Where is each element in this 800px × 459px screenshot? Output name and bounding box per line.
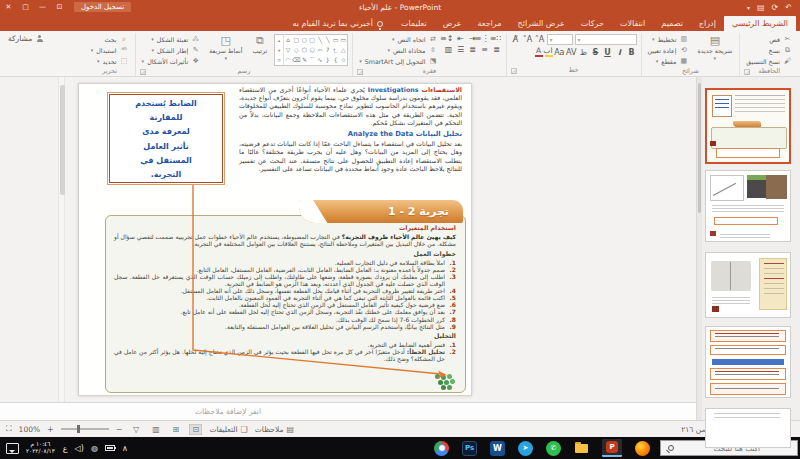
shape-outline-button[interactable]: ✎إطار الشكل▾ — [140, 45, 203, 55]
replace-button[interactable]: ᵃᵇاستبدال▾ — [89, 45, 131, 55]
slide-thumbnail-4[interactable] — [705, 326, 791, 398]
scrollbar-thumb[interactable] — [60, 85, 65, 195]
font-name-combo[interactable]: ▾ — [575, 34, 637, 45]
section-button[interactable]: ▦مقطع▾ — [646, 56, 691, 66]
slide-thumbnail-5[interactable] — [705, 408, 791, 448]
callout-textbox[interactable]: الضابط يُستخدم للمقارنة لمعرفة مدى تأثير… — [109, 94, 223, 183]
clear-formatting-icon[interactable]: A̸ — [511, 35, 521, 44]
bold-button[interactable]: B — [627, 48, 637, 57]
telegram-icon[interactable]: ➤ — [518, 441, 533, 456]
zoom-out-icon[interactable]: − — [116, 425, 123, 434]
notes-button[interactable]: ملاحظات▤ — [255, 425, 294, 434]
restore-button[interactable]: ▢ — [17, 0, 34, 14]
network-icon[interactable]: ◍ — [91, 444, 98, 453]
grow-font-icon[interactable]: A˄ — [535, 35, 545, 44]
undo-icon[interactable]: ↶ — [785, 3, 792, 12]
action-center-icon[interactable] — [6, 443, 19, 454]
shapes-gallery[interactable]: ▭▭╲╲□○□⌂ △𝥶7⇦⬠⬡◇▽ ☆}{∿⌒✎⌫◠ ▴▾≡ — [274, 34, 348, 66]
customize-qat-icon[interactable]: ▾ — [747, 4, 750, 11]
slide-thumbnail-1-selected[interactable] — [705, 88, 791, 164]
find-button[interactable]: ⌕بحث — [89, 34, 131, 44]
reset-button[interactable]: ⟲إعادة تعيين — [646, 45, 691, 55]
word-icon[interactable]: W — [490, 441, 505, 456]
align-text-button[interactable]: ⇳محاذاة النص▾ — [357, 45, 439, 55]
file-explorer-icon[interactable] — [574, 441, 589, 456]
tab-review[interactable]: مراجعة — [469, 16, 509, 31]
text-direction-button[interactable]: ⇄اتجاه النص▾ — [357, 34, 439, 44]
zoom-slider[interactable] — [61, 428, 109, 430]
slide-sorter-view-icon[interactable]: ⊞ — [169, 425, 182, 434]
align-left-icon[interactable]: ≣ — [468, 45, 478, 54]
close-button[interactable]: ✕ — [0, 0, 17, 14]
shrink-font-icon[interactable]: A˅ — [523, 35, 533, 44]
convert-smartart-button[interactable]: ⬔التحويل إلى SmartArt▾ — [357, 56, 439, 66]
volume-icon[interactable]: ◁) — [75, 444, 84, 453]
line-spacing-icon[interactable]: ↕≡ — [444, 34, 454, 43]
taskbar-clock[interactable]: ١٠:٤٦ م ٢٠٢٢/٠٨/١٣ — [26, 441, 55, 455]
shape-effects-button[interactable]: ❖تأثيرات الأشكال▾ — [140, 56, 203, 66]
arrange-button[interactable]: ⧉ ترتيب — [249, 34, 270, 56]
shape-fill-button[interactable]: 🝆تعبئة الشكل▾ — [140, 34, 203, 44]
zoom-in-icon[interactable]: + — [47, 425, 54, 434]
dialog-launcher-icon[interactable]: ◿ — [357, 69, 363, 75]
repeat-icon[interactable]: ⟳ — [772, 3, 779, 12]
decrease-indent-icon[interactable]: ⇥ — [468, 34, 478, 43]
firefox-icon[interactable] — [635, 441, 650, 456]
slide-thumbnail-2[interactable] — [705, 170, 791, 242]
increase-indent-icon[interactable]: ⇤ — [456, 34, 466, 43]
justify-icon[interactable]: ☰ — [456, 45, 466, 54]
tab-insert[interactable]: إدراج — [691, 16, 724, 31]
scrollbar-thumb[interactable] — [698, 83, 701, 213]
reading-view-icon[interactable]: ▥ — [149, 425, 162, 434]
slide-canvas[interactable]: الاستقصاءات Investigations يُجري علماء ا… — [78, 83, 472, 396]
minimize-button[interactable]: — — [34, 0, 51, 14]
zoom-slider-knob[interactable] — [77, 425, 80, 433]
tab-design[interactable]: تصميم — [653, 16, 691, 31]
quick-styles-button[interactable]: ◳ أنماط سريعة ▾ — [206, 34, 245, 62]
ribbon-display-options-button[interactable]: ⊡ — [51, 0, 68, 14]
input-language-badge[interactable]: ع — [63, 444, 68, 453]
highlight-color-button[interactable]: اب — [545, 47, 553, 57]
editor-vertical-scrollbar[interactable] — [58, 77, 65, 402]
slideshow-view-icon[interactable]: ▽ — [129, 425, 142, 434]
change-case-icon[interactable]: Aa — [555, 48, 565, 57]
notes-pane[interactable]: انقر لإضافة ملاحظات — [0, 402, 696, 420]
text-shadow-button[interactable]: ظ — [579, 48, 589, 57]
font-size-combo[interactable]: ▾ — [547, 34, 573, 45]
select-button[interactable]: ⬚تحديد▾ — [89, 56, 131, 66]
layout-button[interactable]: ▥تخطيط▾ — [646, 34, 691, 44]
dialog-launcher-icon[interactable]: ◿ — [140, 69, 146, 75]
cut-button[interactable]: ✂قص — [744, 34, 794, 44]
italic-button[interactable]: I — [615, 48, 625, 57]
tab-home[interactable]: الشريط الرئيسي — [724, 16, 796, 31]
tell-me[interactable]: أخبرني بما تريد القيام به — [282, 16, 392, 31]
zoom-level[interactable]: 100% — [19, 425, 40, 434]
font-color-button[interactable]: A — [535, 47, 543, 57]
format-painter-button[interactable]: 🖌نسخ التنسيق — [744, 56, 794, 66]
photoshop-icon[interactable]: Ps — [462, 441, 477, 456]
tab-help[interactable]: تعليمات — [393, 16, 435, 31]
numbering-icon[interactable]: ⋮≡ — [480, 34, 490, 43]
align-center-icon[interactable]: ≡ — [480, 45, 490, 54]
columns-icon[interactable]: ▥ — [444, 45, 454, 54]
whatsapp-icon[interactable]: ✆ — [546, 441, 561, 456]
battery-icon[interactable] — [105, 445, 115, 451]
underline-button[interactable]: U — [603, 48, 613, 57]
tab-view[interactable]: عرض — [435, 16, 470, 31]
bullets-icon[interactable]: ∷≡ — [492, 34, 502, 43]
dialog-launcher-icon[interactable]: ◿ — [511, 68, 517, 74]
powerpoint-taskbar-icon[interactable]: P — [602, 439, 622, 457]
fit-slide-to-window-icon[interactable]: ⛶ — [6, 424, 12, 434]
strikethrough-button[interactable]: S — [591, 48, 601, 57]
tab-animations[interactable]: حركات — [573, 16, 612, 31]
show-hidden-icons-chevron[interactable]: ∧ — [122, 444, 128, 453]
thumbnail-scrollbar[interactable] — [697, 77, 702, 420]
dialog-launcher-icon[interactable]: ◿ — [744, 69, 750, 75]
copy-button[interactable]: ⧉نسخ — [744, 45, 794, 55]
shapes-gallery-scroll[interactable]: ▴▾≡ — [275, 35, 284, 65]
slide-thumbnail-3[interactable] — [705, 252, 791, 318]
character-spacing-icon[interactable]: AV — [567, 48, 577, 57]
share-button[interactable]: مشاركة — [8, 34, 43, 43]
notes-placeholder[interactable]: انقر لإضافة ملاحظات — [195, 407, 261, 416]
tab-transitions[interactable]: انتقالات — [612, 16, 653, 31]
